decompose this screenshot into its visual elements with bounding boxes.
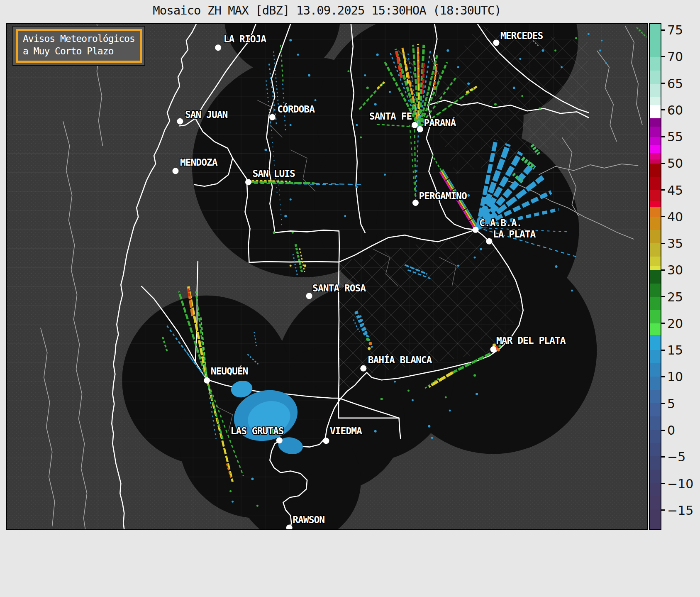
colorbar-tick-label: 30 [667,263,683,277]
colorbar-tick-label: 70 [667,49,683,64]
radar-echo-speck [599,49,601,51]
city-label: SANTA ROSA [312,283,366,294]
radar-echo-speck [407,390,410,392]
radar-echo-speck [289,39,292,42]
radar-echo-speck [457,66,459,68]
radar-echo-speck [360,137,362,139]
colorbar-tick-mark [661,403,665,404]
radar-echo-speck [389,91,391,93]
city-label: BAHÍA BLANCA [368,354,432,365]
radar-echo-speck [297,54,299,56]
city-label: SAN LUIS [252,168,295,179]
radar-echo-speck [497,348,500,351]
radar-echo-speck [256,505,259,507]
colorbar-tick-mark [661,189,665,191]
radar-mosaic-map: LA RIOJAMERCEDESSAN JUANCÓRDOBASANTA FEP… [6,23,648,530]
colorbar-tick-label: −10 [667,476,693,491]
radar-echo-speck [539,108,541,110]
radar-echo-speck [542,49,544,52]
colorbar-tick-mark [661,430,665,431]
colorbar-tick-mark [661,56,665,57]
colorbar-ticks: 757065605550454035302520151050−5−10−15 [661,23,700,530]
colorbar-tick-mark [661,323,665,324]
city-label: LAS GRUTAS [231,426,284,436]
map-canvas: LA RIOJAMERCEDESSAN JUANCÓRDOBASANTA FEP… [7,24,647,529]
city-dot [490,346,496,352]
radar-echo-speck [554,49,556,51]
radar-echo-speck [513,87,515,89]
colorbar-tick-mark [661,269,665,271]
radar-echo-speck [605,62,607,64]
city-label: PERGAMINO [419,191,466,201]
radar-echo-speck [290,265,292,267]
city-dot [172,168,178,174]
radar-echo-speck [364,74,366,76]
city-label: LA PLATA [493,229,536,240]
radar-echo-speck [356,124,358,126]
city-label: LA RIOJA [224,34,267,44]
colorbar-tick-label: 55 [667,130,683,144]
colorbar-tick-label: −15 [667,503,693,517]
city-dot [245,179,251,185]
colorbar-tick-label: 65 [667,76,683,91]
radar-echo-speck [292,232,294,234]
colorbar-tick-mark [661,483,665,484]
radar-echo-speck [232,501,234,503]
city-dot [215,44,221,51]
colorbar-tick-mark [661,83,665,84]
radar-echo-speck [428,425,430,428]
city-dot [177,118,183,125]
radar-echo-speck [374,103,377,105]
city-dot [323,438,329,444]
radar-echo-speck [412,399,414,401]
radar-echo-speck [366,338,369,341]
alert-overlay-inner: Avisos Meteorológicos a Muy Corto Plazo [16,29,142,63]
radar-echo-speck [356,186,358,188]
city-label: MENDOZA [180,157,218,168]
radar-echo-speck [449,409,451,411]
colorbar-tick-mark [661,109,665,110]
city-label: NEUQUÉN [211,365,248,377]
radar-echo-speck [480,248,482,250]
radar-echo-speck [366,87,369,89]
city-dot [276,437,283,443]
radar-echo-speck [251,477,254,480]
radar-echo-speck [273,231,275,234]
colorbar-tick-mark [661,376,665,377]
radar-echo-speck [394,381,396,383]
alert-overlay-box: Avisos Meteorológicos a Muy Corto Plazo [12,26,145,66]
city-dot [486,238,493,245]
radar-echo-speck [290,124,292,126]
radar-echo-speck [473,374,476,377]
radar-echo-speck [431,437,433,439]
city-label: MAR DEL PLATA [496,335,566,346]
radar-echo-speck [374,430,377,433]
radar-echo-speck [384,174,386,176]
radar-echo-speck [446,49,449,52]
radar-echo-speck [308,74,310,77]
colorbar-tick-label: 15 [667,343,683,357]
radar-echo-speck [369,342,372,345]
colorbar-tick-mark [661,509,665,511]
city-dot [360,365,366,372]
colorbar-tick-mark [661,136,665,137]
city-dot [417,126,423,132]
radar-echo-speck [571,289,573,291]
colorbar-tick-label: 20 [667,316,683,330]
radar-echo-speck [588,33,590,35]
alert-line-2: a Muy Corto Plazo [23,45,135,58]
city-dot [412,200,419,206]
city-label: SAN JUAN [185,109,228,120]
colorbar-tick-label: 25 [667,289,683,304]
city-dot [269,114,276,120]
city-dot [473,227,479,233]
city-label: C.A.B.A. [479,218,522,228]
radar-echo-speck [290,198,292,201]
radar-echo-speck [476,393,478,395]
radar-echo-speck [284,215,287,217]
city-dot [306,293,312,299]
radar-echo-speck [445,396,447,399]
colorbar-tick-mark [661,456,665,458]
city-dot [412,122,418,128]
city-label: CÓRDOBA [277,103,315,115]
